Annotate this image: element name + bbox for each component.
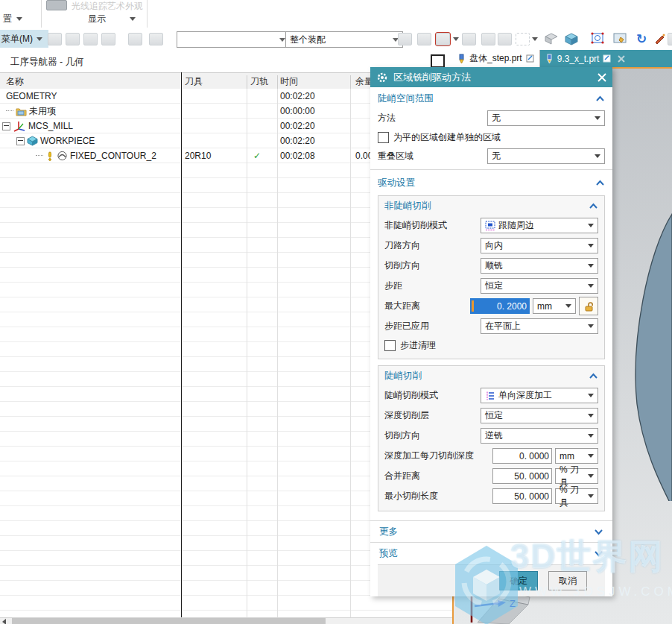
more-section[interactable]: 更多 xyxy=(370,520,612,542)
chevron-up-icon[interactable] xyxy=(589,373,598,379)
column-divider-dark[interactable] xyxy=(181,72,182,617)
tab-pan-ti-step[interactable]: 盘体_step.prt xyxy=(452,50,540,67)
arrangements-icon[interactable] xyxy=(149,33,163,45)
section-steep[interactable]: 陡峭切削 xyxy=(384,366,598,385)
collapse-expander-icon[interactable] xyxy=(16,137,25,145)
assembly-scope-combo[interactable]: 整个装配 xyxy=(285,31,403,48)
merge-distance-unit-dropdown[interactable]: % 刀具 xyxy=(555,468,598,484)
tab-93-x-t[interactable]: 9.3_x_t.prt xyxy=(540,50,672,67)
stepover-dropdown[interactable]: 恒定 xyxy=(481,278,598,294)
ribbon-separator xyxy=(41,0,42,28)
section-nonsteep[interactable]: 非陡峭切削 xyxy=(384,196,598,215)
column-header-tool[interactable]: 刀具 xyxy=(185,75,203,88)
min-cut-length-unit-dropdown[interactable]: % 刀具 xyxy=(555,488,598,504)
scrollbar-thumb[interactable] xyxy=(12,618,326,624)
preview-label: 预览 xyxy=(379,547,398,560)
step-cleanup-checkbox-row[interactable]: 步进清理 xyxy=(384,336,598,354)
chevron-up-icon[interactable] xyxy=(595,95,605,102)
max-distance-unit-dropdown[interactable]: mm xyxy=(533,298,576,314)
depth-per-cut-input[interactable]: 0. 0000 xyxy=(492,448,552,464)
move-icon[interactable] xyxy=(462,33,476,45)
cut-direction-dropdown[interactable]: 顺铣 xyxy=(481,258,598,274)
more-label: 更多 xyxy=(379,526,398,538)
section-drive-settings[interactable]: 驱动设置 xyxy=(378,173,605,192)
depth-per-cut-value: 0. 0000 xyxy=(519,451,549,461)
time-cell: 00:02:08 xyxy=(280,151,315,161)
pan-window-icon[interactable] xyxy=(613,31,628,46)
raytrace-studio-button[interactable]: 光线追踪艺术外观 xyxy=(46,0,143,10)
sequence-icon[interactable] xyxy=(128,33,142,45)
close-icon[interactable] xyxy=(597,73,606,82)
menu-button[interactable]: 菜单(M) xyxy=(0,30,48,48)
pattern-component-icon[interactable] xyxy=(83,33,98,45)
crosshair-icon[interactable] xyxy=(498,33,512,45)
depth-layers-row: 深度切削层 恒定 xyxy=(384,406,598,426)
assembly-constraints-icon[interactable] xyxy=(48,33,62,45)
section-steep-containment[interactable]: 陡峭空间范围 xyxy=(378,89,605,108)
overlap-dropdown[interactable]: 无 xyxy=(487,148,605,164)
close-icon[interactable] xyxy=(618,55,625,63)
find-component-icon[interactable] xyxy=(591,31,606,46)
clipboard-icon[interactable] xyxy=(668,33,672,45)
steep-mode-dropdown[interactable]: 单向深度加工 xyxy=(481,388,598,403)
flat-area-checkbox-row[interactable]: 为平的区域创建单独的区域 xyxy=(378,128,605,146)
wrench-icon[interactable] xyxy=(417,33,431,45)
cancel-button[interactable]: 取消 xyxy=(548,571,587,590)
max-distance-input[interactable]: 0. 2000 xyxy=(470,298,530,314)
tab-label: 盘体_step.prt xyxy=(469,52,522,65)
merge-distance-input[interactable]: 50. 0000 xyxy=(492,468,552,484)
depth-per-cut-unit-dropdown[interactable]: mm xyxy=(555,448,598,464)
chevron-up-icon[interactable] xyxy=(589,203,598,209)
nonsteep-mode-dropdown[interactable]: 跟随周边 xyxy=(481,218,598,233)
assemble-icon[interactable] xyxy=(481,33,495,45)
dialog-titlebar[interactable]: 区域铣削驱动方法 xyxy=(370,67,612,87)
column-header-path[interactable]: 刀轨 xyxy=(250,75,268,88)
depth-layers-value: 恒定 xyxy=(485,409,503,422)
shaded-cube-icon[interactable] xyxy=(564,31,579,46)
min-cut-length-input[interactable]: 50. 0000 xyxy=(492,488,552,504)
chevron-down-icon[interactable] xyxy=(594,550,603,557)
stepover-applied-dropdown[interactable]: 在平面上 xyxy=(481,318,598,334)
chevron-down-icon xyxy=(130,17,136,21)
mirror-assembly-icon[interactable] xyxy=(101,33,115,45)
preview-section[interactable]: 预览 xyxy=(370,542,612,564)
depth-layers-dropdown[interactable]: 恒定 xyxy=(481,408,598,423)
rectangle-select-icon[interactable] xyxy=(516,33,530,45)
method-dropdown[interactable]: 无 xyxy=(487,110,605,126)
modified-icon xyxy=(603,54,611,63)
checkbox-icon[interactable] xyxy=(378,132,389,143)
selection-filter-combo[interactable] xyxy=(177,31,290,48)
chevron-down-icon[interactable] xyxy=(532,37,538,41)
depth-layers-label: 深度切削层 xyxy=(384,409,478,422)
section-view-icon[interactable] xyxy=(544,31,559,46)
snap-point-filter-icon[interactable] xyxy=(436,33,450,45)
ribbon-group-settings[interactable]: 置 xyxy=(3,13,22,25)
toolbar: 菜单(M) 整个装配 ↻ xyxy=(0,28,672,51)
column-header-time[interactable]: 时间 xyxy=(280,75,298,88)
node-label: 未用项 xyxy=(29,105,56,118)
ribbon-group-display[interactable]: 显示 xyxy=(78,13,145,25)
edit-object-display-icon[interactable] xyxy=(653,31,668,46)
chevron-down-icon[interactable] xyxy=(594,529,603,535)
max-distance-value: 0. 2000 xyxy=(497,301,527,312)
refresh-icon[interactable]: ↻ xyxy=(634,31,649,46)
part-model[interactable] xyxy=(626,173,672,501)
scroll-left-icon[interactable] xyxy=(2,619,6,624)
show-degrees-of-freedom-icon[interactable] xyxy=(398,33,412,45)
checkbox-icon[interactable] xyxy=(384,340,396,351)
collapse-expander-icon[interactable] xyxy=(2,122,10,130)
chevron-down-icon[interactable] xyxy=(453,37,459,41)
cut-direction-row: 切削方向 顺铣 xyxy=(384,256,598,276)
settings-group-label: 置 xyxy=(3,13,12,25)
column-header-name[interactable]: 名称 xyxy=(6,75,24,88)
steep-cut-direction-dropdown[interactable]: 逆铣 xyxy=(481,428,598,444)
restore-window-icon[interactable] xyxy=(431,54,445,68)
menu-label: 菜单(M) xyxy=(1,33,33,45)
chevron-up-icon[interactable] xyxy=(595,180,605,186)
horizontal-scrollbar[interactable] xyxy=(0,617,452,624)
overlap-row: 重叠区域 无 xyxy=(378,146,605,166)
move-component-icon[interactable] xyxy=(66,33,80,45)
ok-button[interactable]: 确定 xyxy=(499,571,538,590)
path-direction-dropdown[interactable]: 向内 xyxy=(481,238,598,253)
unlock-icon[interactable] xyxy=(579,297,598,315)
